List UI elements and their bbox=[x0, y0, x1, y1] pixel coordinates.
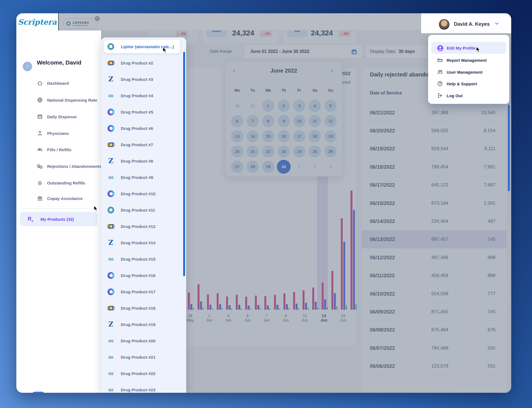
sidebar-item-label: National Dispensing Rate bbox=[47, 98, 97, 102]
user-menu: Edit My Profile Report Management User M… bbox=[428, 35, 509, 104]
logout-icon bbox=[437, 93, 443, 99]
avatar[interactable] bbox=[439, 19, 449, 30]
product-item-14[interactable]: Drug Product #16 bbox=[101, 269, 186, 282]
products-scrollbar[interactable] bbox=[183, 52, 185, 276]
product-item-12[interactable]: Z Drug Product #14 bbox=[101, 236, 186, 249]
product-item-label: Drug Product #2 bbox=[121, 61, 153, 65]
product-item-6[interactable]: Drug Product #7 bbox=[101, 138, 186, 151]
sidebar-item-fills-refills[interactable]: Fills / Refills bbox=[16, 144, 101, 155]
product-item-5[interactable]: Drug Product #6 bbox=[101, 122, 186, 135]
sidebar-collapse-button[interactable]: ‹ bbox=[23, 62, 32, 71]
menu-item-label: Log Out bbox=[447, 93, 462, 98]
table-scrollbar[interactable] bbox=[508, 105, 510, 191]
my-products-label: My Products (32) bbox=[40, 217, 74, 222]
swirl-logo-icon bbox=[108, 109, 114, 116]
sidebar-item-physicians[interactable]: Physicians bbox=[16, 128, 101, 139]
product-item-label: Drug Product #23 bbox=[121, 388, 155, 392]
product-item-label: Drug Product #14 bbox=[121, 240, 155, 245]
home-icon bbox=[37, 80, 43, 86]
app-window: LIPITOR® atorvastatin calcium × Date Ran… bbox=[16, 13, 511, 393]
product-item-label: Drug Product #5 bbox=[121, 110, 153, 114]
sidebar-item-label: Copay Assistance bbox=[47, 196, 83, 201]
sidebar-item-copay-assistance[interactable]: Copay Assistance bbox=[16, 193, 101, 204]
infinity-logo-icon: ∞ bbox=[108, 174, 113, 181]
infinity-logo-icon: ∞ bbox=[108, 370, 113, 377]
product-item-13[interactable]: ∞ Drug Product #15 bbox=[101, 252, 186, 266]
sidebar-item-my-products[interactable]: Rx My Products (32) bbox=[20, 212, 98, 226]
rx-icon: Rx bbox=[28, 216, 33, 222]
user-circle-icon bbox=[437, 45, 443, 51]
product-item-label: Drug Product #17 bbox=[121, 289, 155, 294]
product-item-label: Drug Product #9 bbox=[121, 175, 153, 180]
menu-item-log-out[interactable]: Log Out bbox=[431, 89, 506, 101]
menu-item-help-support[interactable]: Help & Support bbox=[431, 78, 506, 89]
cursor-edit-profile bbox=[476, 47, 482, 53]
product-item-20[interactable]: ∞ Drug Product #22 bbox=[101, 367, 186, 380]
menu-item-user-management[interactable]: User Management bbox=[431, 66, 506, 78]
sidebar-item-dashboard[interactable]: Dashboard bbox=[16, 78, 101, 89]
welcome-text: Welcome, David bbox=[37, 59, 81, 66]
chevron-down-icon[interactable] bbox=[494, 21, 499, 26]
pills-icon bbox=[37, 147, 43, 153]
z-logo-icon: Z bbox=[108, 239, 113, 246]
product-item-label: Drug Product #16 bbox=[121, 273, 155, 278]
product-item-3[interactable]: ∞ Drug Product #4 bbox=[101, 89, 186, 102]
product-item-label: Drug Product #11 bbox=[121, 208, 155, 212]
product-item-label: Drug Product #21 bbox=[121, 355, 155, 360]
menu-item-label: Help & Support bbox=[447, 81, 477, 86]
swirl-logo-icon bbox=[108, 288, 114, 295]
product-item-0[interactable]: Lipitor (atorvastatin calc...) bbox=[104, 40, 180, 53]
product-item-label: Drug Product #6 bbox=[121, 126, 153, 131]
sidebar-item-label: Physicians bbox=[47, 131, 69, 136]
product-item-15[interactable]: Drug Product #17 bbox=[101, 285, 186, 298]
swirl-logo-icon bbox=[108, 272, 114, 279]
product-item-19[interactable]: ∞ Drug Product #21 bbox=[101, 350, 186, 364]
menu-item-label: Report Management bbox=[447, 58, 487, 62]
sidebar-item-rejections-abandonments[interactable]: Rejections / Abandonments bbox=[16, 161, 101, 172]
footer-logo-icon: S bbox=[31, 392, 45, 393]
product-item-11[interactable]: Drug Product #12 bbox=[101, 220, 186, 233]
product-item-18[interactable]: ∞ Drug Product #20 bbox=[101, 334, 186, 347]
product-item-1[interactable]: Drug Product #2 bbox=[101, 56, 186, 70]
z-logo-icon: Z bbox=[108, 158, 113, 164]
sidebar-item-label: Daily Dispense bbox=[47, 114, 77, 119]
sidebar-item-daily-dispense[interactable]: Daily Dispense bbox=[16, 111, 101, 122]
product-item-9[interactable]: Drug Product #10 bbox=[101, 187, 186, 200]
product-item-17[interactable]: Z Drug Product #19 bbox=[101, 318, 186, 331]
product-item-label: Drug Product #18 bbox=[121, 306, 155, 311]
product-item-label: Drug Product #20 bbox=[121, 338, 155, 343]
infinity-logo-icon: ∞ bbox=[108, 92, 113, 99]
infinity-logo-icon: ∞ bbox=[108, 337, 113, 344]
product-item-10[interactable]: Drug Product #11 bbox=[101, 203, 186, 217]
product-item-label: Drug Product #3 bbox=[121, 77, 153, 82]
product-item-label: Drug Product #19 bbox=[121, 322, 155, 327]
emblem-logo-icon bbox=[107, 61, 115, 65]
product-item-label: Drug Product #15 bbox=[121, 257, 155, 261]
infinity-logo-icon: ∞ bbox=[108, 386, 113, 393]
sidebar-item-label: Dashboard bbox=[47, 81, 69, 86]
swirl-logo-icon bbox=[108, 125, 114, 132]
product-item-21[interactable]: ∞ Drug Product #23 bbox=[101, 383, 186, 393]
pill-ban-icon bbox=[37, 163, 43, 169]
physician-icon bbox=[37, 130, 43, 136]
lipitor-ring-icon bbox=[108, 43, 114, 50]
z-logo-icon: Z bbox=[108, 321, 113, 328]
product-item-label: Drug Product #8 bbox=[121, 159, 153, 163]
menu-item-edit-my-profile[interactable]: Edit My Profile bbox=[431, 42, 506, 54]
sidebar-item-outstanding-refills[interactable]: Outstanding Refills bbox=[16, 177, 101, 188]
lipitor-ring-icon bbox=[108, 207, 114, 213]
user-name: David A. Keyes bbox=[454, 21, 490, 27]
product-item-7[interactable]: Z Drug Product #8 bbox=[101, 154, 186, 168]
globe-icon bbox=[37, 97, 43, 103]
emblem-logo-icon bbox=[107, 142, 115, 147]
product-item-8[interactable]: ∞ Drug Product #9 bbox=[101, 171, 186, 184]
sidebar: ‹ Welcome, David Dashboard National Disp… bbox=[16, 30, 101, 393]
infinity-logo-icon: ∞ bbox=[108, 354, 113, 360]
help-circle-icon bbox=[437, 81, 443, 87]
product-item-4[interactable]: Drug Product #5 bbox=[101, 105, 186, 119]
menu-item-report-management[interactable]: Report Management bbox=[431, 54, 506, 66]
product-item-2[interactable]: Z Drug Product #3 bbox=[101, 73, 186, 86]
cursor-products bbox=[163, 47, 168, 53]
sidebar-item-national-dispensing-rate[interactable]: National Dispensing Rate bbox=[16, 94, 101, 106]
product-item-16[interactable]: Drug Product #18 bbox=[101, 301, 186, 315]
